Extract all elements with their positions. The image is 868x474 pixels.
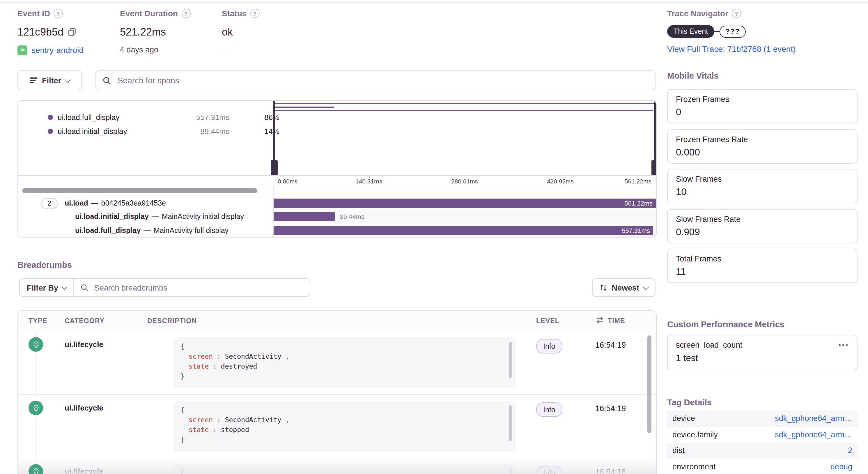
- metric-value: 1 test: [676, 353, 849, 363]
- android-project-icon: [18, 45, 27, 55]
- span-chart: ui.load.full_display 557.31ms 86% ui.loa…: [18, 100, 657, 238]
- level-badge: Info: [536, 466, 562, 474]
- legend-row[interactable]: ui.load.initial_display 89.44ms 14%: [18, 124, 273, 138]
- breadcrumb-description-code[interactable]: {screen : SecondActivity ,state : destro…: [174, 337, 516, 388]
- breadcrumbs-scrollbar[interactable]: [647, 335, 651, 433]
- breadcrumb-description-code[interactable]: {screen : SecondActivity ,state : stoppe…: [174, 401, 516, 452]
- span-separator: —: [152, 213, 159, 221]
- breadcrumbs-search-input[interactable]: [93, 283, 303, 293]
- spans-search-input[interactable]: [117, 75, 648, 86]
- breadcrumb-row[interactable]: ui.lifecycle {screen : SecondActivity ,s…: [18, 331, 656, 395]
- spans-search[interactable]: [95, 70, 655, 90]
- mobile-vitals-title: Mobile Vitals: [667, 71, 719, 80]
- breadcrumbs-filter-search: Filter By: [19, 278, 310, 297]
- status-block: Status ok –: [222, 8, 260, 55]
- spans-filter-button[interactable]: Filter: [18, 70, 82, 90]
- span-legend: ui.load.full_display 557.31ms 86% ui.loa…: [18, 101, 273, 175]
- trace-navigator-block: Trace Navigator This Event ??? View Full…: [667, 8, 796, 54]
- span-duration-label: 557.31ms: [622, 227, 653, 234]
- breadcrumbs-controls: Filter By Newest: [18, 278, 655, 297]
- code-scrollbar[interactable]: [509, 342, 512, 378]
- span-row[interactable]: 2 ui.load — b04245a3ea91453e 561.22ms: [18, 196, 656, 210]
- vital-label: Total Frames: [676, 255, 849, 263]
- minimap-span-line: [275, 103, 656, 105]
- project-link[interactable]: sentry-android: [31, 46, 84, 55]
- chevron-down-icon: [65, 77, 71, 82]
- tag-details-list: device sdk_gphone64_arm… device.family s…: [667, 411, 858, 474]
- event-duration-block: Event Duration 521.22ms 4 days ago: [120, 8, 191, 55]
- code-scrollbar[interactable]: [509, 469, 512, 474]
- tag-row: dist 2: [667, 443, 858, 458]
- minimap-right-handle[interactable]: [651, 160, 657, 175]
- axis-tick-label: 561.22ms: [625, 178, 651, 185]
- help-icon[interactable]: [732, 9, 741, 18]
- breadcrumb-category: ui.lifecycle: [65, 340, 103, 349]
- axis-tick-label: 0.00ms: [278, 178, 298, 185]
- span-list-scrollbar[interactable]: [22, 188, 257, 193]
- help-icon[interactable]: [54, 9, 63, 18]
- tag-value-link[interactable]: sdk_gphone64_arm…: [775, 430, 852, 439]
- copy-icon[interactable]: [68, 28, 76, 36]
- breadcrumb-row[interactable]: ui.lifecycle {screen : SecondActivity ,s…: [18, 395, 656, 458]
- span-children-badge[interactable]: 2: [41, 198, 58, 209]
- help-icon[interactable]: [250, 9, 260, 18]
- tag-row: device sdk_gphone64_arm…: [667, 411, 858, 426]
- vital-value: 0.000: [676, 146, 849, 157]
- span-desc: MainActivity initial display: [162, 213, 244, 221]
- time-sort-icon[interactable]: [595, 316, 604, 324]
- level-badge: Info: [536, 403, 562, 417]
- span-desc: b04245a3ea91453e: [101, 199, 166, 207]
- breadcrumb-category: ui.lifecycle: [65, 404, 103, 412]
- axis-tick-label: 140.31ms: [355, 178, 382, 185]
- column-time[interactable]: TIME: [608, 317, 625, 324]
- tag-details-title: Tag Details: [667, 398, 712, 407]
- help-icon[interactable]: [181, 9, 191, 18]
- breadcrumb-row[interactable]: ui.lifecycle { Info 16:54:18: [18, 458, 656, 474]
- minimap-left-handle[interactable]: [271, 160, 278, 175]
- event-id-block: Event ID 121c9b5d sentry-android: [18, 8, 84, 55]
- vital-label: Frozen Frames Rate: [676, 135, 849, 144]
- span-list-scrollbar-track: [18, 186, 656, 196]
- legend-span-percent: 86%: [18, 113, 279, 121]
- span-bar[interactable]: 561.22ms: [274, 198, 656, 208]
- legend-row[interactable]: ui.load.full_display 557.31ms 86%: [18, 110, 273, 124]
- vital-value: 0.909: [676, 226, 849, 237]
- span-minimap[interactable]: [273, 101, 656, 175]
- span-bar[interactable]: 557.31ms: [274, 226, 653, 235]
- event-id-label: Event ID: [18, 9, 50, 18]
- breadcrumb-time: 16:54:19: [595, 340, 626, 349]
- search-icon: [80, 284, 89, 292]
- column-level: LEVEL: [536, 317, 559, 324]
- event-duration-label: Event Duration: [120, 9, 178, 18]
- span-tree: 2 ui.load — b04245a3ea91453e 561.22ms: [18, 196, 656, 237]
- tag-key: device.family: [672, 430, 718, 439]
- span-separator: —: [144, 227, 151, 235]
- span-bar[interactable]: [274, 212, 335, 221]
- breadcrumbs-filter-by-button[interactable]: Filter By: [20, 279, 74, 296]
- breadcrumbs-search[interactable]: [74, 279, 310, 296]
- tag-value-link[interactable]: 2: [848, 446, 852, 455]
- tag-key: device: [672, 414, 695, 423]
- tag-value-link[interactable]: sdk_gphone64_arm…: [775, 414, 852, 423]
- span-row[interactable]: ui.load.full_display — MainActivity full…: [18, 224, 656, 237]
- column-description: DESCRIPTION: [147, 317, 197, 324]
- vital-label: Slow Frames: [676, 175, 849, 183]
- tag-row: environment debug: [667, 458, 858, 474]
- this-event-pill[interactable]: This Event: [667, 25, 714, 38]
- span-row[interactable]: ui.load.initial_display — MainActivity i…: [18, 210, 656, 224]
- ellipsis-menu-icon[interactable]: [837, 343, 849, 348]
- column-type: TYPE: [29, 317, 48, 324]
- status-value: ok: [222, 26, 233, 38]
- filter-by-label: Filter By: [27, 283, 58, 292]
- span-separator: —: [91, 199, 98, 207]
- span-duration-label: 561.22ms: [624, 200, 656, 206]
- breadcrumbs-sort-button[interactable]: Newest: [592, 278, 655, 297]
- vital-card: Frozen Frames 0: [667, 89, 858, 123]
- breadcrumb-description-code[interactable]: {: [174, 464, 516, 474]
- tag-value-link[interactable]: debug: [831, 462, 852, 471]
- unknown-trace-pill[interactable]: ???: [719, 25, 746, 37]
- view-full-trace-link[interactable]: View Full Trace: 71bf2768 (1 event): [667, 44, 796, 54]
- code-scrollbar[interactable]: [509, 405, 512, 441]
- status-label: Status: [222, 9, 247, 18]
- vital-card: Total Frames 11: [667, 249, 858, 283]
